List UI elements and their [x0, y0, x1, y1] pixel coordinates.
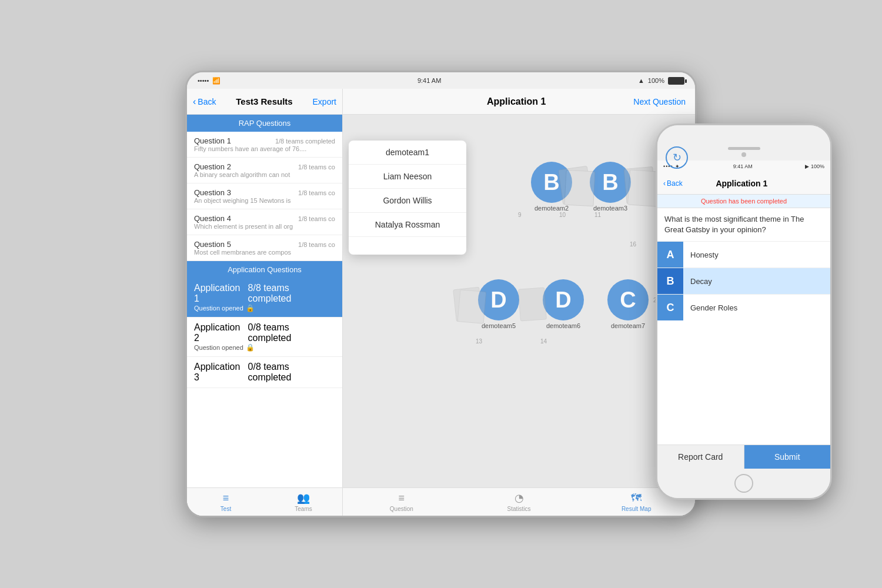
app-question-status: Question opened 🔒: [194, 304, 335, 312]
answer-option-a[interactable]: A Honesty: [657, 241, 830, 268]
chevron-left-icon: ‹: [663, 179, 666, 188]
question-title: Question 2: [194, 162, 231, 171]
question-count: 1/8 teams co: [298, 215, 335, 222]
tab-teams[interactable]: 👥 Teams: [265, 492, 342, 512]
tablet-arrow-icon: ▲: [638, 77, 644, 84]
question-count: 1/8 teams co: [298, 189, 335, 196]
result-map-area: ↻ demoteam1 Liam Neeson Gordon Willis Na…: [343, 115, 695, 487]
question-count: 1/8 teams completed: [275, 138, 335, 145]
dropdown-item[interactable]: Gordon Willis: [349, 189, 466, 213]
phone-nav-bar: ‹ Back Application 1: [657, 172, 830, 195]
refresh-button[interactable]: ↻: [666, 146, 688, 169]
chevron-left-icon: ‹: [193, 96, 196, 107]
tablet-time: 9:41 AM: [417, 77, 441, 84]
test-tab-icon: ≡: [223, 492, 229, 505]
left-panel: ‹ Back Test3 Results Export RAP Question…: [187, 89, 343, 516]
phone-bottom-buttons: Report Card Submit: [657, 445, 830, 469]
app-question-item[interactable]: Application 1 8/8 teams completed Questi…: [187, 278, 342, 318]
question-item[interactable]: Question 5 1/8 teams co Most cell membra…: [187, 235, 342, 261]
app-question-title: Application 2: [194, 322, 248, 343]
phone-speaker: [728, 147, 760, 150]
phone-time: 9:41 AM: [733, 163, 753, 169]
statistics-tab-icon: ◔: [514, 492, 524, 505]
question-title: Question 3: [194, 188, 231, 197]
answer-letter-b: B: [657, 268, 683, 294]
tablet-signal-dots: •••••: [198, 77, 209, 84]
rap-section-header: RAP Questions: [187, 115, 342, 132]
team-bubble[interactable]: D demoteam6: [543, 279, 584, 329]
question-item[interactable]: Question 2 1/8 teams co A binary search …: [187, 158, 342, 183]
team-label: demoteam5: [482, 322, 516, 329]
question-tab-icon: ≡: [399, 492, 405, 505]
bubble-letter: C: [607, 279, 649, 320]
statistics-tab-label: Statistics: [507, 506, 531, 512]
question-text: Most cell membranes are compos: [194, 249, 335, 256]
answer-letter-a: A: [657, 242, 683, 268]
left-tab-bar: ≡ Test 👥 Teams: [187, 487, 342, 516]
question-count: 1/8 teams co: [298, 241, 335, 248]
lock-icon: 🔒: [246, 343, 255, 352]
dropdown-item[interactable]: demoteam1: [349, 141, 466, 165]
phone-screen: •••• ✦ 9:41 AM ▶ 100% ‹ Back Application…: [657, 161, 830, 469]
right-nav-title: Application 1: [487, 96, 546, 107]
answer-letter-c: C: [657, 295, 683, 320]
answer-text-a: Honesty: [683, 250, 726, 259]
left-nav-bar: ‹ Back Test3 Results Export: [187, 89, 342, 115]
team-dropdown[interactable]: demoteam1 Liam Neeson Gordon Willis Nata…: [349, 141, 466, 255]
completed-banner: Question has been completed: [657, 195, 830, 208]
app-question-title: Application 1: [194, 283, 248, 304]
answer-text-b: Decay: [683, 277, 719, 286]
question-item[interactable]: Question 4 1/8 teams co Which element is…: [187, 209, 342, 235]
question-text: Which element is present in all org: [194, 223, 335, 230]
back-button[interactable]: ‹ Back: [193, 96, 216, 107]
question-title: Question 4: [194, 214, 231, 223]
home-button[interactable]: [734, 474, 753, 493]
team-bubble[interactable]: C demoteam7: [607, 279, 649, 329]
question-item[interactable]: Question 1 1/8 teams completed Fifty num…: [187, 132, 342, 158]
tab-statistics[interactable]: ◔ Statistics: [460, 492, 578, 512]
app-question-count: 0/8 teams completed: [248, 362, 335, 383]
question-title: Question 1: [194, 136, 231, 145]
tab-question[interactable]: ≡ Question: [343, 492, 460, 512]
tablet-device: ••••• 📶 9:41 AM ▲ 100% ‹ Back: [185, 71, 697, 517]
phone-nav-title: Application 1: [716, 179, 767, 188]
app-section-header: Application Questions: [187, 261, 342, 278]
app-question-title: Application 3: [194, 362, 248, 383]
question-text: An object weighing 15 Newtons is: [194, 197, 335, 204]
phone-camera: [741, 152, 746, 157]
dropdown-item[interactable]: Natalya Rossman: [349, 213, 466, 237]
answer-option-b[interactable]: B Decay: [657, 268, 830, 294]
app-question-item[interactable]: Application 3 0/8 teams completed: [187, 357, 342, 388]
export-button[interactable]: Export: [313, 97, 336, 106]
right-tab-bar: ≡ Question ◔ Statistics 🗺 Result Map: [343, 487, 695, 516]
tab-test[interactable]: ≡ Test: [187, 492, 265, 512]
test-tab-label: Test: [220, 506, 231, 512]
teams-tab-icon: 👥: [297, 492, 310, 505]
answer-text-c: Gender Roles: [683, 303, 744, 312]
question-text: Fifty numbers have an average of 76....: [194, 145, 335, 152]
bubble-letter: D: [543, 279, 584, 320]
app-question-item[interactable]: Application 2 0/8 teams completed Questi…: [187, 318, 342, 357]
phone-back-button[interactable]: ‹ Back: [663, 179, 683, 188]
team-label: demoteam2: [534, 205, 569, 212]
submit-button[interactable]: Submit: [744, 445, 831, 469]
back-label: Back: [198, 97, 216, 106]
phone-question-text: What is the most significant theme in Th…: [657, 208, 830, 241]
right-panel: Application 1 Next Question ↻ demoteam1 …: [343, 89, 695, 516]
team-label: demoteam7: [611, 322, 645, 329]
next-question-button[interactable]: Next Question: [633, 97, 686, 106]
phone-battery: ▶ 100%: [805, 163, 824, 169]
team-label: demoteam3: [593, 205, 627, 212]
dropdown-item[interactable]: Liam Neeson: [349, 165, 466, 189]
team-label: demoteam6: [546, 322, 580, 329]
question-tab-label: Question: [390, 506, 413, 512]
tablet-battery-percent: 100%: [648, 77, 664, 84]
teams-tab-label: Teams: [295, 506, 312, 512]
app-question-status: Question opened 🔒: [194, 343, 335, 352]
tablet-wifi-icon: 📶: [212, 77, 220, 85]
report-card-button[interactable]: Report Card: [657, 445, 744, 469]
phone-device: •••• ✦ 9:41 AM ▶ 100% ‹ Back Application…: [656, 123, 832, 500]
question-count: 1/8 teams co: [298, 163, 335, 171]
answer-option-c[interactable]: C Gender Roles: [657, 294, 830, 320]
question-item[interactable]: Question 3 1/8 teams co An object weighi…: [187, 183, 342, 209]
